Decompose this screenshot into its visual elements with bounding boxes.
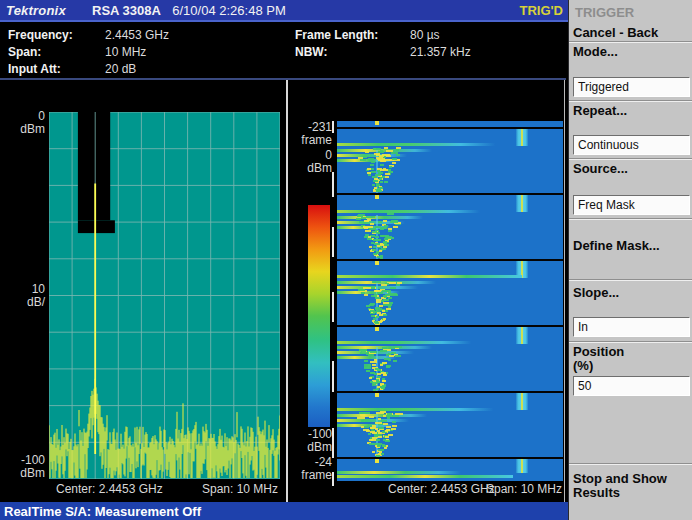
readout-value: 21.357 kHz [410, 45, 471, 59]
plume-dot [380, 350, 387, 352]
amplitude-color-scale [308, 205, 330, 427]
plume-dot [383, 220, 388, 222]
menu-separator [569, 100, 692, 102]
menu-item-stop-and-show[interactable]: Stop and ShowResults [573, 472, 690, 500]
plume-dot [379, 178, 382, 180]
plume-dot [385, 440, 390, 442]
plume-dot [371, 295, 378, 297]
plume-dot [392, 421, 397, 423]
plume-dot [361, 426, 364, 428]
plume-dot [372, 384, 376, 386]
menu-item-cancel-back[interactable]: Cancel - Back [573, 26, 690, 40]
plume-dot [387, 417, 390, 419]
menu-item-repeat[interactable]: Repeat... [573, 104, 690, 118]
plume-dot [385, 173, 390, 175]
plume-dot [368, 158, 375, 160]
plume-dot [364, 227, 368, 229]
plume-dot [371, 161, 376, 163]
menu-separator [569, 41, 692, 43]
plume-dot [380, 150, 383, 152]
plume-dot [384, 181, 388, 183]
plume-dot [378, 292, 383, 294]
hop-carrier-stripe [516, 459, 528, 473]
plume-dot [389, 166, 393, 168]
spectrum-span-label: Span: 10 MHz [202, 482, 278, 496]
plume-dot [383, 314, 387, 316]
plume-dot [370, 303, 376, 305]
menu-action-label: Mode... [573, 45, 690, 59]
analyzer-screen: Tektronix RSA 3308A 6/10/04 2:26:48 PM T… [0, 0, 692, 520]
menu-field-freq-mask[interactable]: Freq Mask [573, 195, 690, 215]
menu-action-label2: Results [573, 486, 690, 500]
menu-item-source[interactable]: Source... [573, 162, 690, 176]
menu-item-slope[interactable]: Slope... [573, 286, 690, 300]
plume-dot [378, 321, 381, 323]
spectrogram-segment [337, 195, 563, 259]
plume-dot [370, 372, 375, 374]
readout-value: 20 dB [105, 62, 136, 76]
plume-dot [380, 169, 384, 171]
plume-dot [358, 214, 365, 216]
title-bar: Tektronix RSA 3308A 6/10/04 2:26:48 PM T… [0, 0, 568, 20]
readout-label: Input Att: [8, 62, 105, 76]
plume-dot [393, 287, 396, 289]
plume-dot [360, 352, 367, 354]
plume-dot [372, 432, 377, 434]
plume-dot [386, 415, 389, 417]
menu-field-50[interactable]: 50 [573, 376, 690, 396]
y-axis-scale-label: 10dB/ [2, 283, 45, 309]
plume-dot [388, 353, 392, 355]
plume-dot [380, 364, 384, 366]
menu-field-continuous[interactable]: Continuous [573, 135, 690, 155]
menu-field-triggered[interactable]: Triggered [573, 77, 690, 97]
plume-carryover-blip [375, 393, 379, 397]
plume-dot [388, 230, 392, 232]
readout-label: Span: [8, 45, 105, 59]
plume-dot [371, 315, 375, 317]
sweep-streak [337, 275, 522, 278]
plume-dot [366, 216, 373, 218]
y-axis-top-label: 0dBm [2, 110, 45, 136]
plume-dot [388, 237, 394, 239]
plume-dot [381, 420, 387, 422]
sweep-streak [337, 216, 423, 219]
datetime-label: 6/10/04 2:26:48 PM [0, 3, 458, 18]
plume-dot [365, 151, 369, 153]
menu-action-label: Source... [573, 162, 690, 176]
plume-dot [380, 255, 383, 257]
plume-dot [386, 308, 391, 310]
plume-dot [376, 252, 379, 254]
menu-action-label: Define Mask... [573, 239, 690, 253]
sweep-streak [337, 408, 500, 411]
menu-item-mode[interactable]: Mode... [573, 45, 690, 59]
plume-dot [367, 219, 371, 221]
plume-carryover-blip [375, 327, 379, 331]
plume-dot [379, 190, 382, 192]
sweep-streak [337, 475, 513, 478]
frame-tick [332, 361, 334, 392]
plume-dot [391, 428, 397, 430]
readout-value: 80 µs [410, 28, 440, 42]
plume-dot [377, 430, 380, 432]
menu-field-in[interactable]: In [573, 317, 690, 337]
readout-row-frame-length: Frame Length:80 µs [295, 26, 560, 43]
menu-item-position[interactable]: Position(%) [573, 345, 690, 373]
plume-dot [372, 451, 375, 453]
plume-dot [382, 362, 387, 364]
plume-dot [372, 184, 375, 186]
spectrogram-segment [337, 327, 563, 391]
plume-dot [393, 360, 398, 362]
status-text: RealTime S/A: Measurement Off [4, 504, 201, 519]
plume-dot [384, 358, 391, 360]
menu-item-define-mask[interactable]: Define Mask... [573, 239, 690, 253]
spectrogram-right-border [564, 80, 565, 502]
plume-dot [379, 314, 383, 316]
plume-dot [381, 284, 387, 286]
plume-dot [384, 147, 389, 149]
plume-dot [396, 284, 400, 286]
plume-dot [384, 447, 387, 449]
plume-dot [376, 439, 380, 441]
readout-right-column: Frame Length:80 µsNBW:21.357 kHz [295, 26, 560, 60]
plume-dot [377, 376, 381, 378]
plume-dot [370, 427, 375, 429]
